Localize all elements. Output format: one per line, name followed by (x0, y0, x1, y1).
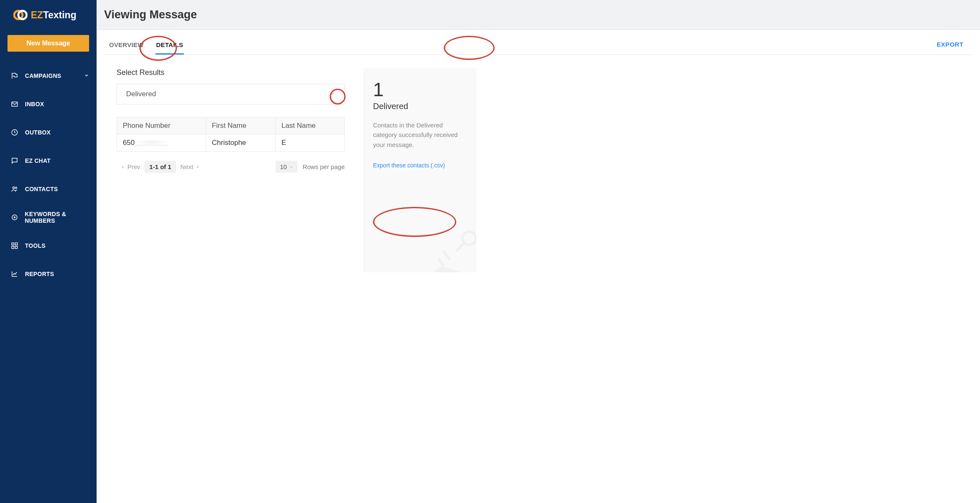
export-csv-link[interactable]: Export these contacts (.csv) (373, 162, 445, 169)
sidebar-item-tools[interactable]: TOOLS (0, 232, 97, 260)
table-header-row: Phone Number First Name Last Name (117, 117, 345, 134)
target-icon (10, 214, 19, 221)
eztexting-logo-icon (13, 8, 27, 22)
sidebar-item-outbox[interactable]: OUTBOX (0, 118, 97, 147)
sidebar-item-label: EZ CHAT (25, 157, 51, 164)
results-filter-value: Delivered (126, 90, 156, 98)
chat-icon (10, 157, 19, 164)
col-phone[interactable]: Phone Number (117, 117, 206, 134)
chevron-down-icon (84, 72, 89, 79)
svg-point-7 (14, 217, 15, 218)
pagination: Prev 1-1 of 1 Next 10 Rows per page (117, 161, 345, 173)
chevron-down-icon (330, 90, 335, 98)
svg-point-12 (463, 232, 476, 245)
svg-point-6 (12, 215, 17, 220)
chart-icon (10, 270, 19, 278)
svg-rect-8 (12, 243, 14, 245)
sidebar: EZTexting New Message CAMPAIGNS INBOX OU… (0, 0, 97, 503)
svg-point-5 (15, 187, 17, 188)
sidebar-item-label: OUTBOX (25, 129, 51, 136)
page-range: 1-1 of 1 (144, 161, 177, 173)
col-first-name[interactable]: First Name (206, 117, 275, 134)
sidebar-item-label: TOOLS (25, 242, 45, 249)
chevron-left-icon (121, 165, 125, 169)
card-title: Delivered (373, 102, 466, 111)
grid-icon (10, 242, 19, 249)
table-row[interactable]: 650 Christophe E (117, 134, 345, 152)
sidebar-item-reports[interactable]: REPORTS (0, 260, 97, 288)
card-description: Contacts in the Delivered category succe… (373, 120, 466, 149)
envelope-icon (10, 100, 19, 108)
select-results-label: Select Results (117, 68, 345, 77)
new-message-button[interactable]: New Message (7, 35, 89, 52)
sidebar-item-label: KEYWORDS & NUMBERS (25, 211, 97, 224)
tab-details[interactable]: DETAILS (151, 35, 188, 54)
chevron-down-icon (289, 165, 294, 169)
results-table: Phone Number First Name Last Name 650 Ch… (117, 117, 345, 152)
cell-phone: 650 (117, 134, 206, 152)
rows-per-page-select[interactable]: 10 (276, 161, 298, 173)
next-button[interactable]: Next (176, 161, 204, 173)
decorative-send-icon (426, 227, 476, 272)
svg-rect-11 (15, 247, 17, 249)
prev-label: Prev (127, 163, 140, 170)
page-title: Viewing Message (104, 8, 197, 21)
results-filter-select[interactable]: Delivered (117, 84, 345, 105)
next-label: Next (180, 163, 193, 170)
sidebar-item-label: CAMPAIGNS (25, 72, 61, 79)
phone-redacted (135, 139, 169, 145)
title-bar: Viewing Message (97, 0, 980, 30)
cell-last-name: E (276, 134, 345, 152)
brand-logo[interactable]: EZTexting (0, 0, 97, 30)
rows-value: 10 (280, 163, 287, 170)
sidebar-item-keywords[interactable]: KEYWORDS & NUMBERS (0, 203, 97, 232)
prev-button[interactable]: Prev (117, 161, 144, 173)
clock-icon (10, 129, 19, 136)
svg-line-13 (457, 244, 463, 251)
flag-icon (10, 72, 19, 80)
brand-name: EZTexting (31, 10, 76, 21)
svg-point-4 (13, 187, 15, 189)
sidebar-item-label: INBOX (25, 101, 44, 107)
sidebar-item-contacts[interactable]: CONTACTS (0, 175, 97, 203)
svg-rect-9 (15, 243, 17, 245)
main-region: Viewing Message OVERVIEW DETAILS EXPORT … (97, 0, 980, 503)
sidebar-item-campaigns[interactable]: CAMPAIGNS (0, 62, 97, 90)
tabs-row: OVERVIEW DETAILS EXPORT (104, 34, 973, 55)
rows-per-page-label: Rows per page (303, 163, 345, 170)
sidebar-nav: CAMPAIGNS INBOX OUTBOX EZ CHAT (0, 57, 97, 288)
phone-prefix: 650 (123, 139, 134, 147)
summary-card: 1 Delivered Contacts in the Delivered ca… (363, 68, 476, 272)
svg-line-15 (439, 259, 443, 265)
col-last-name[interactable]: Last Name (276, 117, 345, 134)
contacts-icon (10, 185, 19, 193)
sidebar-item-label: REPORTS (25, 271, 54, 277)
delivered-count: 1 (373, 78, 466, 101)
cell-first-name: Christophe (206, 134, 275, 152)
results-panel: Select Results Delivered Phone Number Fi… (117, 68, 345, 272)
svg-line-14 (444, 252, 449, 259)
sidebar-item-inbox[interactable]: INBOX (0, 90, 97, 118)
svg-rect-10 (12, 247, 14, 249)
sidebar-item-ezchat[interactable]: EZ CHAT (0, 147, 97, 175)
export-button[interactable]: EXPORT (935, 34, 965, 55)
tab-overview[interactable]: OVERVIEW (104, 35, 149, 54)
chevron-right-icon (196, 165, 200, 169)
sidebar-item-label: CONTACTS (25, 186, 58, 192)
